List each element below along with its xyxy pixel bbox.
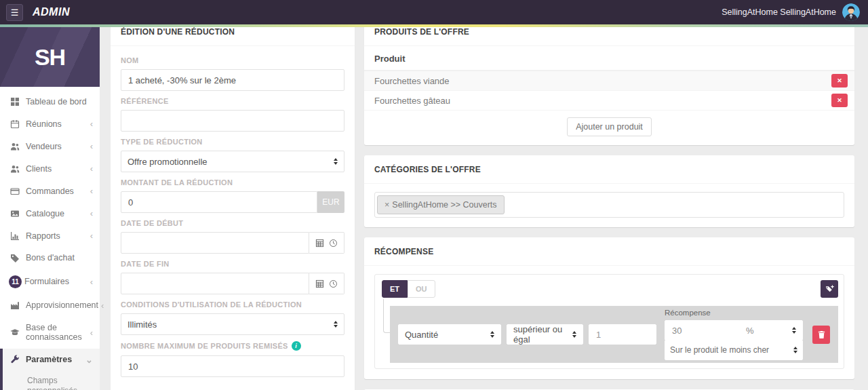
industry-icon [10,300,20,310]
chevron-left-icon: ‹ [90,119,93,129]
close-icon: ✕ [837,77,842,84]
nombre-max-label: NOMBRE MAXIMUM DE PRODUITS REMISÉS i [121,341,344,351]
logo-text: SH [35,44,65,71]
calendar-grid-icon [315,279,324,288]
date-fin-label: DATE DE FIN [121,260,344,268]
select-caret-icon [490,331,494,338]
reward-amount-input[interactable] [665,320,740,340]
select-caret-icon [334,158,338,165]
delete-rule-button[interactable] [812,326,830,344]
rule-builder: ET OU Quantité [374,274,844,369]
trash-icon [817,330,826,339]
sidebar-toggle-button[interactable]: ☰ [6,4,23,21]
reference-input[interactable] [121,110,344,132]
sidebar-item-reunions[interactable]: Réunions ‹ [0,113,100,135]
sidebar-item-commandes[interactable]: Commandes ‹ [0,180,100,202]
chevron-left-icon: ‹ [90,186,93,196]
sidebar-subitem-champs-personnalises[interactable]: Champs personnalisés [3,371,100,390]
edit-reduction-panel: ÉDITION D'UNE RÉDUCTION NOM RÉFÉRENCE TY… [111,18,355,390]
date-debut-label: DATE DE DÉBUT [121,219,344,227]
right-column: PRODUITS DE L'OFFRE Produit Fourchettes … [364,18,854,390]
and-toggle-button[interactable]: ET [382,280,408,298]
type-reduction-select[interactable]: Offre promotionnelle [121,151,344,172]
and-or-toggle: ET OU [382,280,838,298]
field-date-debut: DATE DE DÉBUT [121,219,344,254]
select-caret-icon [572,331,576,338]
category-tag: × SellingAtHome >> Couverts [377,195,505,214]
date-fin-pickers[interactable] [309,273,344,294]
nom-label: NOM [121,56,344,64]
add-rule-button[interactable] [821,280,838,298]
chevron-left-icon: ‹ [90,163,93,174]
field-nombre-max: NOMBRE MAXIMUM DE PRODUITS REMISÉS i [121,341,344,377]
date-debut-input[interactable] [121,232,309,254]
category-tag-label: SellingAtHome >> Couverts [392,200,496,210]
clock-icon [329,279,338,288]
reward-target-select[interactable]: Sur le produit le moins cher [665,340,803,360]
sidebar-item-tableau-de-bord[interactable]: Tableau de bord [0,91,100,113]
or-toggle-button[interactable]: OU [408,280,435,298]
select-caret-icon [334,321,338,328]
close-icon: ✕ [837,97,842,104]
select-caret-icon [793,347,797,353]
user-name: SellingAtHome SellingAtHome [722,7,836,17]
rule-field-select[interactable]: Quantité [398,324,501,345]
reward-panel: RÉCOMPENSE ET OU Quantité [364,237,854,379]
field-conditions: CONDITIONS D'UTILISATION DE LA RÉDUCTION… [121,300,344,335]
accent-gradient-bar [0,24,868,27]
categories-panel-title: CATÉGORIES DE L'OFFRE [364,155,854,184]
avatar-icon [842,3,860,21]
add-product-button[interactable]: Ajouter un produit [567,117,652,136]
nom-input[interactable] [121,69,344,91]
user-menu[interactable]: SellingAtHome SellingAtHome [722,3,860,21]
rule-operator-select[interactable]: supérieur ou égal [507,324,583,345]
reward-subgroup-label: Récompense [665,309,803,317]
top-navbar: ☰ ADMIN SellingAtHome SellingAtHome [0,0,868,24]
products-panel: PRODUITS DE L'OFFRE Produit Fourchettes … [364,18,854,145]
credit-card-icon [10,187,20,196]
app-logo[interactable]: SH [0,27,100,87]
remove-product-button[interactable]: ✕ [831,74,848,87]
sidebar-item-bons-dachat[interactable]: Bons d'achat [0,247,100,269]
graduation-cap-icon [10,328,20,337]
calendar-grid-icon [315,239,324,248]
formulaires-count-badge: 11 [9,275,22,288]
reward-panel-title: RÉCOMPENSE [364,237,854,266]
reward-unit-select[interactable]: % [739,320,803,340]
sidebar-item-parametres[interactable]: Paramètres ⌄ [3,349,100,371]
sidebar-item-catalogue[interactable]: Catalogue ‹ [0,202,100,225]
montant-label: MONTANT DE LA RÉDUCTION [121,178,344,187]
tag-icon [10,254,20,263]
product-row: Fourchettes gâteau ✕ [364,91,854,111]
info-icon[interactable]: i [292,341,301,351]
product-name: Fourchettes viande [374,76,450,86]
date-debut-pickers[interactable] [309,232,344,254]
sidebar-item-base-de-connaissances[interactable]: Base de connaissances ‹ [0,317,100,349]
sidebar-item-vendeurs[interactable]: Vendeurs ‹ [0,135,100,157]
sidebar-item-formulaires[interactable]: 11 Formulaires ‹ [0,269,100,294]
sidebar-item-clients[interactable]: Clients ‹ [0,157,100,180]
reference-label: RÉFÉRENCE [121,97,344,105]
user-avatar[interactable] [842,3,860,21]
main-content: Enregistrer ÉDITION D'UNE RÉDUCTION NOM … [100,0,868,390]
conditions-select[interactable]: Illimités [121,313,344,335]
rule-value-input[interactable] [589,324,656,345]
categories-panel: CATÉGORIES DE L'OFFRE × SellingAtHome >>… [364,155,854,227]
users-icon [10,142,20,151]
field-nom: NOM [121,56,344,91]
product-name: Fourchettes gâteau [374,96,450,106]
categories-tag-input[interactable]: × SellingAtHome >> Couverts [374,192,844,218]
remove-product-button[interactable]: ✕ [831,94,848,107]
nombre-max-input[interactable] [121,355,344,377]
dashboard-icon [10,97,20,106]
date-fin-input[interactable] [121,273,309,294]
field-date-fin: DATE DE FIN [121,260,344,294]
calendar-icon [10,119,20,129]
bar-chart-icon [10,231,20,241]
product-row: Fourchettes viande ✕ [364,71,854,91]
sidebar-item-rapports[interactable]: Rapports ‹ [0,225,100,247]
type-reduction-label: TYPE DE RÉDUCTION [121,138,344,146]
remove-tag-icon[interactable]: × [384,200,389,210]
sidebar-item-approvisionnement[interactable]: Approvisionnement ‹ [0,294,100,317]
montant-input[interactable] [121,191,317,213]
